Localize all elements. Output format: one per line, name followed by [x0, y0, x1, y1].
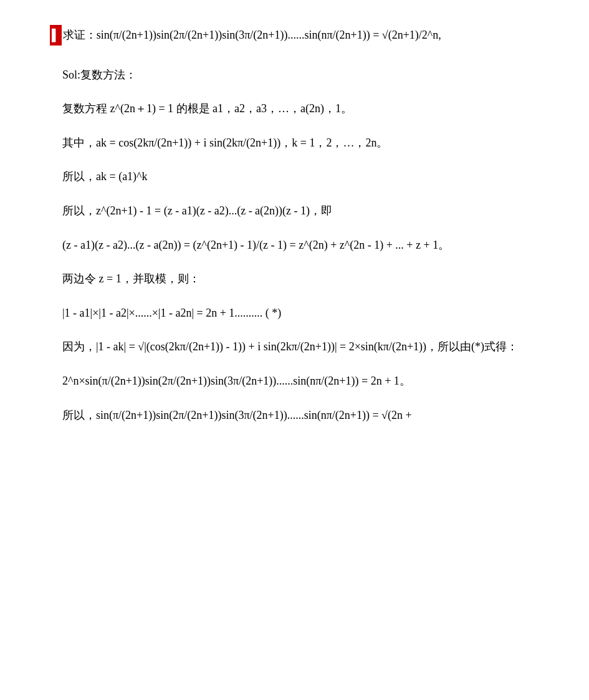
solution-line-3: 所以，ak = (a1)^k [62, 167, 552, 186]
sol-label-line: Sol:复数方法： [62, 65, 552, 85]
solution-line-1: 复数方程 z^(2n＋1) = 1 的根是 a1，a2，a3，…，a(2n)，1… [62, 99, 552, 118]
solution-line-6: 两边令 z = 1，并取模，则： [62, 269, 552, 289]
solution-line-4: 所以，z^(2n+1) - 1 = (z - a1)(z - a2)...(z … [62, 201, 552, 221]
math-text-10: 所以，sin(π/(2n+1))sin(2π/(2n+1))sin(3π/(2n… [62, 409, 412, 421]
problem-statement: ▌求证：sin(π/(2n+1))sin(2π/(2n+1))sin(3π/(2… [37, 25, 552, 46]
math-text-9: 2^n×sin(π/(2n+1))sin(2π/(2n+1))sin(3π/(2… [62, 375, 411, 387]
math-text-3: 所以，ak = (a1)^k [62, 170, 148, 183]
math-text-5: (z - a1)(z - a2)...(z - a(2n)) = (z^(2n+… [62, 239, 449, 251]
math-text-4: 所以，z^(2n+1) - 1 = (z - a1)(z - a2)...(z … [62, 204, 332, 217]
solution-line-9: 2^n×sin(π/(2n+1))sin(2π/(2n+1))sin(3π/(2… [62, 372, 552, 391]
math-text-2: 其中，ak = cos(2kπ/(2n+1)) + i sin(2kπ/(2n+… [62, 137, 388, 149]
page-container: ▌求证：sin(π/(2n+1))sin(2π/(2n+1))sin(3π/(2… [37, 25, 552, 424]
problem-intro: 求证：sin(π/(2n+1))sin(2π/(2n+1))sin(3π/(2n… [63, 29, 441, 41]
solution-line-7: |1 - a1|×|1 - a2|×......×|1 - a2n| = 2n … [62, 304, 552, 323]
solution-line-5: (z - a1)(z - a2)...(z - a(2n)) = (z^(2n+… [62, 236, 552, 255]
solution-line-10: 所以，sin(π/(2n+1))sin(2π/(2n+1))sin(3π/(2n… [62, 406, 552, 425]
solution-line-2: 其中，ak = cos(2kπ/(2n+1)) + i sin(2kπ/(2n+… [62, 133, 552, 153]
problem-text: ▌求证：sin(π/(2n+1))sin(2π/(2n+1))sin(3π/(2… [50, 25, 552, 46]
solution-line-8: 因为，|1 - ak| = √|(cos(2kπ/(2n+1)) - 1)) +… [62, 337, 552, 357]
red-marker: ▌ [50, 25, 62, 46]
math-text-8: 因为，|1 - ak| = √|(cos(2kπ/(2n+1)) - 1)) +… [62, 340, 518, 353]
math-text-7: |1 - a1|×|1 - a2|×......×|1 - a2n| = 2n … [62, 307, 281, 319]
math-text-1: 复数方程 z^(2n＋1) = 1 的根是 a1，a2，a3，…，a(2n)，1… [62, 102, 352, 115]
solution-block: Sol:复数方法： 复数方程 z^(2n＋1) = 1 的根是 a1，a2，a3… [37, 65, 552, 425]
math-text-6: 两边令 z = 1，并取模，则： [62, 272, 200, 285]
sol-label: Sol:复数方法： [62, 69, 136, 81]
